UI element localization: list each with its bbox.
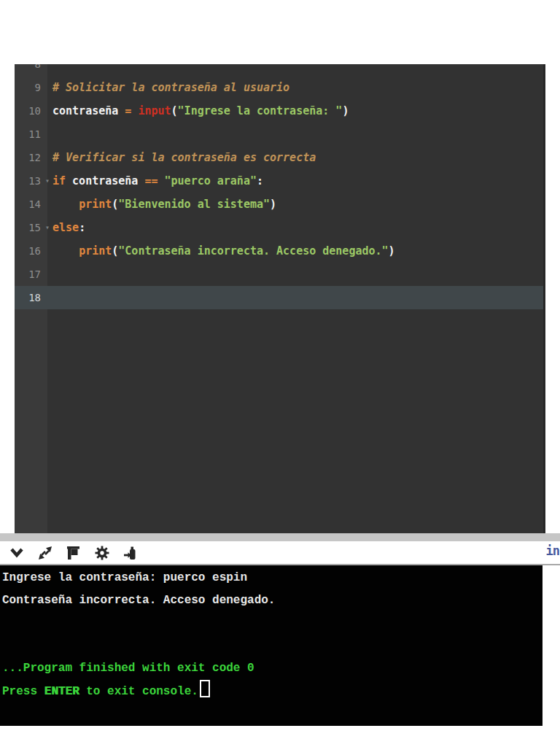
code-line: 13▾if contraseña == "puerco araña":	[15, 169, 543, 193]
code-line: 16 print("Contraseña incorrecta. Acceso …	[15, 239, 543, 263]
console-toolbar: in	[0, 541, 560, 564]
code-content: # Solicitar la contraseña al usuario	[47, 76, 543, 99]
code-line: 14 print("Bienvenido al sistema")	[15, 193, 543, 216]
code-content: print("Bienvenido al sistema")	[47, 193, 543, 216]
code-content: print("Contraseña incorrecta. Acceso den…	[47, 239, 543, 263]
line-number[interactable]: 10	[15, 99, 47, 123]
line-number[interactable]: 12	[15, 146, 47, 169]
line-number[interactable]: 14	[15, 193, 47, 216]
flag-icon[interactable]	[65, 544, 82, 562]
code-content: if contraseña == "puerco araña":	[47, 169, 543, 193]
fold-toggle-icon[interactable]: ▾	[45, 169, 50, 193]
code-line: 8	[15, 64, 543, 76]
editor-rows: 89# Solicitar la contraseña al usuario10…	[15, 64, 543, 309]
code-line: 12# Verificar si la contraseña es correc…	[15, 146, 543, 169]
line-number[interactable]: 8	[15, 64, 47, 76]
line-number[interactable]: 18	[15, 286, 47, 309]
fold-toggle-icon[interactable]: ▾	[45, 216, 50, 239]
code-content	[47, 263, 543, 286]
line-number[interactable]: 16	[15, 239, 47, 263]
code-content: contraseña = input("Ingrese la contraseñ…	[47, 99, 543, 123]
code-line: 18	[15, 286, 543, 309]
line-number[interactable]: 15▾	[15, 216, 47, 239]
code-content: # Verificar si la contraseña es correcta	[47, 146, 543, 169]
horizontal-scrollbar-track[interactable]	[0, 533, 560, 541]
expand-icon[interactable]	[36, 544, 54, 562]
code-content	[47, 123, 543, 146]
code-content	[47, 286, 543, 309]
code-line: 11	[15, 123, 543, 146]
console-cursor	[200, 680, 210, 697]
console-line: Press ENTER to exit console.	[2, 680, 542, 703]
gear-icon[interactable]	[93, 544, 111, 562]
console-line: Ingrese la contraseña: puerco espin	[2, 567, 542, 589]
code-line: 17	[15, 263, 543, 286]
import-icon[interactable]	[122, 544, 139, 562]
console-line	[2, 612, 542, 635]
line-number[interactable]: 17	[15, 263, 47, 286]
line-number[interactable]: 9	[15, 76, 47, 99]
console-line: Contraseña incorrecta. Acceso denegado.	[2, 589, 542, 612]
console-output[interactable]: Ingrese la contraseña: puerco espinContr…	[0, 565, 542, 726]
line-number[interactable]: 13▾	[15, 169, 47, 193]
line-number[interactable]: 11	[15, 123, 47, 146]
console-line	[2, 635, 542, 657]
code-line: 15▾else:	[15, 216, 543, 239]
code-content: else:	[47, 216, 543, 239]
code-content	[47, 64, 543, 76]
ide-page: 89# Solicitar la contraseña al usuario10…	[0, 0, 560, 747]
chevron-down-icon[interactable]	[8, 544, 26, 562]
code-line: 9# Solicitar la contraseña al usuario	[15, 76, 543, 99]
code-editor[interactable]: 89# Solicitar la contraseña al usuario10…	[15, 64, 545, 533]
partial-text: in	[546, 543, 559, 558]
console-line: ...Program finished with exit code 0	[2, 657, 542, 680]
code-line: 10contraseña = input("Ingrese la contras…	[15, 99, 543, 123]
